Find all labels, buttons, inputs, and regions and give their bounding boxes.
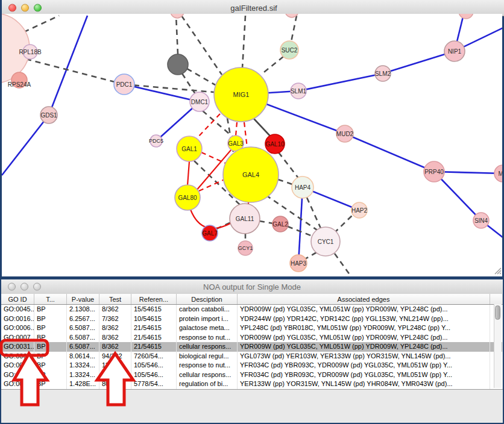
table-cell: 2.1308... <box>67 305 99 314</box>
node-label-HAP4: HAP4 <box>295 184 311 191</box>
table-cell: BP <box>34 379 67 389</box>
node-HAP4[interactable]: HAP4 <box>292 176 313 198</box>
table-cell: GO:0007... <box>1 333 34 343</box>
minimize-button[interactable] <box>20 283 28 291</box>
table-row[interactable]: GO:0016...BP6.2567...7/36210/54615protei… <box>1 314 503 324</box>
table-cell: carbon cataboli... <box>177 305 238 314</box>
node-top-c[interactable] <box>459 14 473 19</box>
node-label-RPS24A: RPS24A <box>8 81 31 88</box>
column-header-referen-[interactable]: Referen... <box>131 294 177 304</box>
resize-grip[interactable] <box>495 268 501 274</box>
table-cell: 80/362 <box>99 379 131 389</box>
minimize-button[interactable] <box>21 4 29 12</box>
node-label-PRP40: PRP40 <box>424 169 444 175</box>
table-cell: 94/362 <box>99 352 131 361</box>
node-CYC1[interactable]: CYC1 <box>311 227 340 256</box>
table-cell: GO:0050... <box>1 379 34 389</box>
table-cell: 7260/54... <box>131 352 177 361</box>
node-label-SLM1: SLM1 <box>291 88 307 95</box>
table-cell: YDR009W (pd) YGL035C, YML051W (pp) YDR00… <box>238 342 490 352</box>
table-cell: 8/362 <box>99 323 131 333</box>
table-cell: GO:0016... <box>1 314 34 324</box>
network-edge <box>335 254 351 275</box>
node-label-GAL2: GAL2 <box>272 221 288 228</box>
table-cell: 21/54615 <box>131 323 177 333</box>
network-edge <box>244 122 247 148</box>
node-GAL10[interactable]: GAL10 <box>265 134 285 154</box>
scrollbar-thumb[interactable] <box>495 305 500 320</box>
network-edge <box>305 252 317 259</box>
results-table: GO IDT...P-valueTestReferen...Desciption… <box>1 294 503 390</box>
network-edge <box>182 73 195 94</box>
zoom-button[interactable] <box>34 4 42 12</box>
node-GAL7[interactable]: GAL7 <box>202 225 218 241</box>
column-header-test[interactable]: Test <box>99 294 131 304</box>
node-gray-node[interactable] <box>168 54 188 75</box>
node-GDS1[interactable]: GDS1 <box>40 107 57 123</box>
table-row[interactable]: GO:0007...BP6.5087...8/36221/54615respon… <box>1 333 503 343</box>
network-edge <box>278 179 292 184</box>
node-GAL4[interactable]: GAL4 <box>223 147 279 202</box>
table-cell: 5778/54... <box>131 379 177 389</box>
network-edge <box>26 59 124 84</box>
table-row[interactable]: GO:0050...BP1.428E...80/3625778/54...reg… <box>1 379 503 389</box>
noa-window: NOA output for Single Mode GO IDT...P-va… <box>0 278 504 424</box>
table-cell: cellular respons... <box>177 342 238 352</box>
window-controls <box>8 4 42 12</box>
node-GAL2[interactable]: GAL2 <box>272 216 288 232</box>
node-DMC1[interactable]: DMC1 <box>190 92 209 111</box>
table-cell: 7/362 <box>99 314 131 324</box>
network-canvas[interactable]: RPL18BRPS24AGDS1PDC1DMC1MIG1SUC2SLM1SLM2… <box>2 14 502 275</box>
node-SUC2[interactable]: SUC2 <box>280 41 298 59</box>
node-label-PDC1: PDC1 <box>116 81 133 88</box>
network-edge <box>298 187 303 263</box>
table-row[interactable]: GO:0006...BP6.5087...8/36221/54615galact… <box>1 323 503 333</box>
table-row[interactable]: GO:0045...BP2.1308...8/36215/54615carbon… <box>1 305 503 314</box>
node-GAL80[interactable]: GAL80 <box>175 185 200 210</box>
table-cell: galactose meta... <box>177 323 238 333</box>
vertical-scrollbar[interactable] <box>494 304 502 388</box>
node-PDC1[interactable]: PDC1 <box>114 74 134 95</box>
node-label-GAL80: GAL80 <box>178 195 197 201</box>
node-GAL11[interactable]: GAL11 <box>230 204 260 234</box>
network-edge <box>187 161 189 186</box>
column-header-scroll[interactable] <box>490 294 503 304</box>
table-cell: 1.428E... <box>67 379 99 389</box>
node-SLM1[interactable]: SLM1 <box>291 83 307 99</box>
column-header-go-id[interactable]: GO ID <box>1 294 34 304</box>
node-MUD2[interactable]: MUD2 <box>336 125 354 142</box>
table-cell: 105/546... <box>131 361 177 370</box>
node-HAP2[interactable]: HAP2 <box>351 202 368 218</box>
column-header-desciption[interactable]: Desciption <box>177 294 238 304</box>
network-edge <box>236 122 237 136</box>
table-cell: 6.5087... <box>67 333 99 343</box>
close-button[interactable] <box>8 4 16 12</box>
node-label-PDC5: PDC5 <box>149 138 163 144</box>
column-header-associated-edges[interactable]: Associated edges <box>238 294 490 304</box>
node-label-MUD2: MUD2 <box>336 131 354 137</box>
table-cell: 8/362 <box>99 342 131 352</box>
table-row[interactable]: GO:0031...BP6.5087...8/36221/54615cellul… <box>1 342 503 352</box>
table-cell: GO:0065... <box>1 352 34 361</box>
table-row[interactable]: GO:0065...BP8.0614...94/3627260/54...bio… <box>1 352 503 361</box>
node-MIG1[interactable]: MIG1 <box>214 67 268 122</box>
node-MSN[interactable]: MS <box>494 165 502 182</box>
node-SIN4[interactable]: SIN4 <box>473 213 489 228</box>
column-header-t-[interactable]: T... <box>34 294 67 304</box>
noa-titlebar[interactable]: NOA output for Single Mode <box>1 279 503 295</box>
close-button[interactable] <box>8 283 16 291</box>
node-HAP3[interactable]: HAP3 <box>290 255 307 272</box>
node-PRP40[interactable]: PRP40 <box>424 161 444 182</box>
column-header-p-value[interactable]: P-value <box>67 294 99 304</box>
table-cell: BP <box>34 305 67 314</box>
node-label-GCY1: GCY1 <box>238 245 253 251</box>
table-row[interactable]: GO:0031...BP1.3324...11/362105/546...cel… <box>1 370 503 380</box>
node-NIP1[interactable]: NIP1 <box>444 41 465 61</box>
zoom-button[interactable] <box>33 283 41 291</box>
table-cell: BP <box>34 361 67 370</box>
node-SLM2[interactable]: SLM2 <box>375 66 391 81</box>
node-GAL1[interactable]: GAL1 <box>177 136 202 161</box>
table-row[interactable]: GO:0031...BP1.3324...11/362105/546...res… <box>1 361 503 370</box>
node-label-GAL10: GAL10 <box>265 141 285 148</box>
node-GCY1[interactable]: GCY1 <box>238 241 253 255</box>
